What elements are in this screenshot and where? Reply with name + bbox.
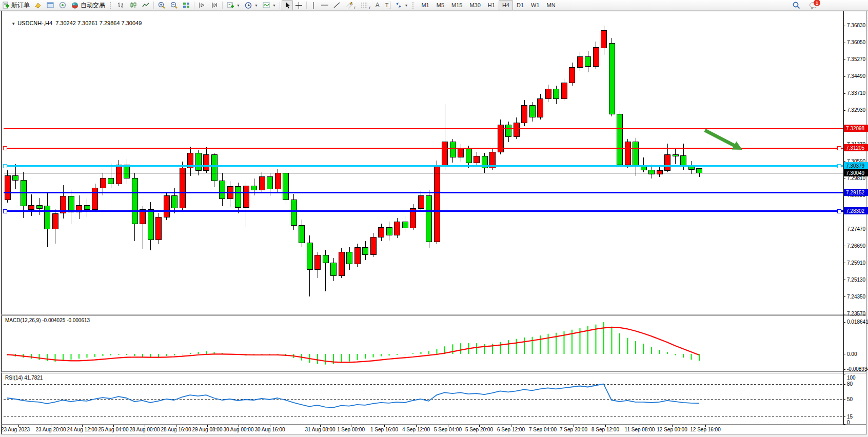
equidistant-channel-icon <box>345 2 353 9</box>
new-order-icon <box>2 2 10 9</box>
toolbar-separator <box>222 2 223 9</box>
autotrading-icon <box>71 2 79 9</box>
timeframe-label: M1 <box>420 2 430 8</box>
collapse-triangle-icon[interactable]: ▼ <box>11 22 15 26</box>
dropdown-arrow-icon: ▼ <box>272 4 276 7</box>
data-window-button[interactable] <box>44 0 56 10</box>
dropdown-arrow-icon: ▼ <box>405 4 408 7</box>
toolbar-grip <box>412 2 416 9</box>
timeframe-button-h4[interactable]: H4 <box>499 0 513 10</box>
tile-windows-icon <box>182 2 190 9</box>
tile-windows-button[interactable] <box>180 0 192 10</box>
new-order-label: 新订单 <box>11 1 30 10</box>
chart-title: ▼USDCNH-,H4 7.30242 7.30261 7.29864 7.30… <box>5 14 142 32</box>
timeframe-button-m1[interactable]: M1 <box>418 0 432 10</box>
text-tool-button[interactable]: A <box>373 0 382 10</box>
timeframe-label: M15 <box>450 2 464 8</box>
horizontal-line-tool-button[interactable] <box>319 0 331 10</box>
zoom-in-button[interactable] <box>155 0 168 10</box>
channel-glyph: E <box>354 6 357 10</box>
market-watch-icon <box>34 2 42 9</box>
crosshair-tool-button[interactable] <box>293 0 305 10</box>
zoom-out-icon <box>170 2 178 9</box>
horizontal-line-icon <box>321 2 329 9</box>
timeframe-button-h1[interactable]: H1 <box>484 0 499 10</box>
fibonacci-icon <box>360 2 368 9</box>
chart-window[interactable] <box>1 11 867 434</box>
auto-scroll-icon <box>198 2 206 9</box>
metatrader-screen: 新订单 自动交易 <box>0 0 868 437</box>
indicators-icon <box>262 2 270 9</box>
arrows-icon <box>394 2 403 9</box>
zoom-in-icon <box>157 2 166 9</box>
timeframe-button-mn[interactable]: MN <box>543 0 559 10</box>
chart-symbol-period: USDCNH-,H4 <box>17 20 52 26</box>
main-toolbar: 新订单 自动交易 <box>0 0 868 11</box>
new-order-button[interactable]: 新订单 <box>0 0 32 10</box>
market-watch-button[interactable] <box>32 0 44 10</box>
chart-shift-icon <box>210 2 219 9</box>
indicators-button[interactable]: ▼ <box>260 0 278 10</box>
arrows-tool-button[interactable]: ▼ <box>392 0 410 10</box>
auto-scroll-button[interactable] <box>196 0 208 10</box>
trendline-tool-button[interactable] <box>331 0 343 10</box>
line-chart-icon <box>142 2 150 9</box>
timeframe-button-m5[interactable]: M5 <box>433 0 448 10</box>
navigator-button[interactable] <box>56 0 69 10</box>
timeframe-group: M1M5M15M30H1H4D1W1MN <box>418 0 559 10</box>
line-chart-button[interactable] <box>140 0 152 10</box>
timeframe-button-m15[interactable]: M15 <box>448 0 466 10</box>
bar-chart-icon <box>117 2 125 9</box>
chart-shift-button[interactable] <box>208 0 221 10</box>
autotrading-button[interactable]: 自动交易 <box>69 0 107 10</box>
timeframe-label: H4 <box>501 2 511 8</box>
cursor-icon <box>284 2 291 9</box>
notification-badge: 1 <box>814 0 820 6</box>
new-chart-icon <box>226 2 234 9</box>
candlestick-chart-button[interactable] <box>127 0 140 10</box>
channel-tool-button[interactable]: E <box>343 0 359 10</box>
dropdown-arrow-icon: ▼ <box>236 4 240 7</box>
rsi-indicator-label: RSI(14) 41.7821 <box>5 375 43 381</box>
bar-chart-button[interactable] <box>115 0 127 10</box>
timeframe-label: W1 <box>529 2 541 8</box>
toolbar-separator <box>153 2 154 9</box>
toolbar-separator <box>280 2 280 9</box>
clock-icon <box>244 2 252 9</box>
new-chart-button[interactable]: ▼ <box>224 0 242 10</box>
toolbar-separator <box>306 2 307 9</box>
macd-indicator-label: MACD(12,26,9) -0.004025 -0.000613 <box>5 317 90 323</box>
timeframe-label: MN <box>545 2 557 8</box>
toolbar-right-icons: 1 <box>790 0 821 10</box>
timeframe-button-w1[interactable]: W1 <box>527 0 543 10</box>
text-tool-icon: A <box>376 2 380 9</box>
timeframe-button-d1[interactable]: D1 <box>513 0 527 10</box>
toolbar-separator <box>194 2 194 9</box>
period-button[interactable]: ▼ <box>242 0 260 10</box>
crosshair-icon <box>295 2 303 9</box>
data-window-icon <box>46 2 54 9</box>
timeframe-label: H1 <box>486 2 497 8</box>
candlestick-chart-icon <box>129 2 137 9</box>
zoom-out-button[interactable] <box>168 0 180 10</box>
toolbar-grip <box>110 2 113 9</box>
cursor-tool-button[interactable] <box>282 0 293 10</box>
chart-ohlc-values: 7.30242 7.30261 7.29864 7.30049 <box>55 20 142 26</box>
trendline-icon <box>333 2 341 9</box>
timeframe-label: D1 <box>515 2 525 8</box>
label-tool-button[interactable]: T <box>382 0 392 10</box>
label-tool-icon: T <box>384 2 390 9</box>
fibonacci-tool-button[interactable]: F <box>358 0 373 10</box>
search-icon <box>792 1 801 10</box>
search-button[interactable] <box>790 0 803 10</box>
timeframe-label: M5 <box>435 2 446 8</box>
vertical-line-icon <box>310 2 317 9</box>
timeframe-button-m30[interactable]: M30 <box>466 0 484 10</box>
dropdown-arrow-icon: ▼ <box>254 4 258 7</box>
navigator-icon <box>58 2 67 9</box>
timeframe-label: M30 <box>468 2 482 8</box>
fibo-glyph: F <box>369 6 371 10</box>
notifications-button[interactable]: 1 <box>807 0 821 10</box>
autotrading-label: 自动交易 <box>81 1 105 10</box>
vertical-line-tool-button[interactable] <box>308 0 319 10</box>
